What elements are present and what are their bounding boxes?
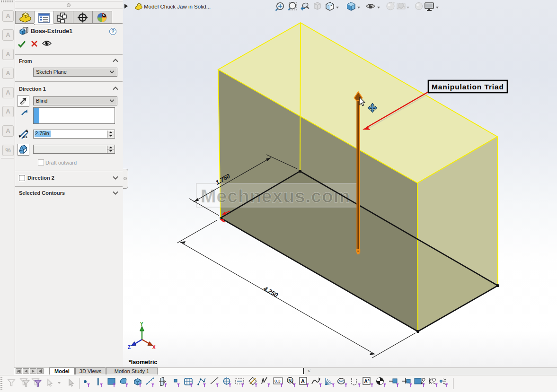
svg-text:N: N — [289, 378, 292, 383]
svg-text:0.3: 0.3 — [274, 379, 281, 383]
svg-text:Manipulation Triad: Manipulation Triad — [432, 83, 504, 91]
svg-text:Z: Z — [128, 345, 131, 350]
svg-text:Mechnexus.com: Mechnexus.com — [201, 186, 350, 206]
svg-text:4.250: 4.250 — [262, 285, 280, 299]
svg-text:A°: A° — [364, 379, 370, 384]
svg-text:D1: D1 — [23, 135, 28, 139]
svg-text:*Isometric: *Isometric — [129, 359, 157, 366]
svg-text:A: A — [301, 378, 305, 384]
svg-text:Y: Y — [140, 322, 143, 327]
svg-text:X: X — [152, 345, 156, 350]
